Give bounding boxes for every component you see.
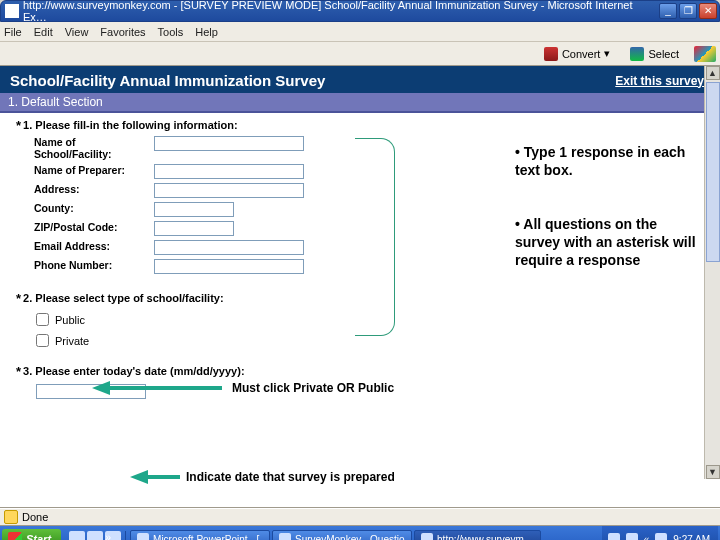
statusbar: Done bbox=[0, 508, 720, 526]
toolbar: Convert ▾ Select bbox=[0, 42, 720, 66]
menu-view[interactable]: View bbox=[65, 26, 89, 38]
windows-logo-icon bbox=[8, 532, 22, 540]
menu-favorites[interactable]: Favorites bbox=[100, 26, 145, 38]
tray-icon[interactable] bbox=[626, 533, 638, 540]
label-phone: Phone Number: bbox=[34, 259, 154, 271]
app-icon bbox=[137, 533, 149, 540]
app-icon bbox=[279, 533, 291, 540]
taskbar: Start » Microsoft PowerPoint - [… Survey… bbox=[0, 526, 720, 540]
asterisk-icon: * bbox=[16, 364, 21, 379]
menu-help[interactable]: Help bbox=[195, 26, 218, 38]
taskbar-item-surveymonkey[interactable]: SurveyMonkey - Questio… bbox=[272, 530, 412, 540]
start-label: Start bbox=[26, 533, 51, 540]
annotation-private-public: Must click Private OR Public bbox=[232, 381, 394, 395]
input-county[interactable] bbox=[154, 202, 234, 217]
curly-brace-icon bbox=[355, 138, 395, 336]
annotation-date: Indicate date that survey is prepared bbox=[186, 470, 395, 484]
tray-icon[interactable] bbox=[608, 533, 620, 540]
label-address: Address: bbox=[34, 183, 154, 195]
label-county: County: bbox=[34, 202, 154, 214]
menu-edit[interactable]: Edit bbox=[34, 26, 53, 38]
status-text: Done bbox=[22, 511, 48, 523]
survey-title: School/Facility Annual Immunization Surv… bbox=[10, 72, 325, 89]
annotation-type-response: • Type 1 response in each text box. bbox=[515, 143, 700, 179]
input-phone[interactable] bbox=[154, 259, 304, 274]
convert-icon bbox=[544, 47, 558, 61]
clock: 9:27 AM bbox=[673, 534, 710, 541]
select-label: Select bbox=[648, 48, 679, 60]
question-1: *1. Please fill-in the following informa… bbox=[0, 113, 720, 134]
scroll-thumb[interactable] bbox=[706, 82, 720, 262]
convert-button[interactable]: Convert ▾ bbox=[539, 44, 616, 64]
vertical-scrollbar[interactable]: ▲ ▼ bbox=[704, 66, 720, 479]
option-private-checkbox[interactable] bbox=[36, 334, 49, 347]
quick-launch-item[interactable]: » bbox=[105, 531, 121, 540]
menu-tools[interactable]: Tools bbox=[158, 26, 184, 38]
question-3: *3. Please enter today's date (mm/dd/yyy… bbox=[0, 359, 720, 380]
quick-launch-item[interactable] bbox=[69, 531, 85, 540]
close-button[interactable]: ✕ bbox=[699, 3, 717, 19]
menu-file[interactable]: File bbox=[4, 26, 22, 38]
survey-content: *1. Please fill-in the following informa… bbox=[0, 113, 720, 508]
label-preparer: Name of Preparer: bbox=[34, 164, 154, 176]
label-email: Email Address: bbox=[34, 240, 154, 252]
chevron-left-icon[interactable]: « bbox=[644, 534, 650, 541]
page-icon bbox=[5, 4, 19, 18]
section-header: 1. Default Section bbox=[0, 93, 720, 113]
page-status-icon bbox=[4, 510, 18, 524]
chevron-down-icon: ▾ bbox=[604, 47, 610, 60]
start-button[interactable]: Start bbox=[2, 529, 61, 540]
input-preparer[interactable] bbox=[154, 164, 304, 179]
menubar: File Edit View Favorites Tools Help bbox=[0, 22, 720, 42]
windows-flag-icon bbox=[694, 46, 716, 62]
convert-label: Convert bbox=[562, 48, 601, 60]
select-icon bbox=[630, 47, 644, 61]
question-2-text: 2. Please select type of school/facility… bbox=[23, 292, 224, 304]
tray-icon[interactable] bbox=[655, 533, 667, 540]
option-private-label: Private bbox=[55, 335, 89, 347]
annotation-asterisk-required: • All questions on the survey with an as… bbox=[515, 215, 700, 269]
option-public-checkbox[interactable] bbox=[36, 313, 49, 326]
label-school-facility: Name of School/Facility: bbox=[34, 136, 154, 160]
label-zip: ZIP/Postal Code: bbox=[34, 221, 154, 233]
question-1-text: 1. Please fill-in the following informat… bbox=[23, 119, 238, 131]
taskbar-item-survey-preview[interactable]: http://www.surveym… bbox=[414, 530, 541, 540]
survey-header: School/Facility Annual Immunization Surv… bbox=[0, 66, 720, 93]
input-email[interactable] bbox=[154, 240, 304, 255]
arrow-private-icon bbox=[92, 383, 222, 393]
quick-launch: » bbox=[65, 531, 126, 540]
arrow-date-icon bbox=[130, 472, 180, 482]
minimize-button[interactable]: _ bbox=[659, 3, 677, 19]
system-tray: « 9:27 AM bbox=[602, 526, 718, 540]
input-zip[interactable] bbox=[154, 221, 234, 236]
window-titlebar: http://www.surveymonkey.com - [SURVEY PR… bbox=[0, 0, 720, 22]
window-title: http://www.surveymonkey.com - [SURVEY PR… bbox=[23, 0, 659, 23]
quick-launch-item[interactable] bbox=[87, 531, 103, 540]
scroll-up-button[interactable]: ▲ bbox=[706, 66, 720, 80]
input-school-facility[interactable] bbox=[154, 136, 304, 151]
asterisk-icon: * bbox=[16, 118, 21, 133]
input-address[interactable] bbox=[154, 183, 304, 198]
taskbar-item-powerpoint[interactable]: Microsoft PowerPoint - [… bbox=[130, 530, 270, 540]
select-button[interactable]: Select bbox=[625, 44, 684, 64]
maximize-button[interactable]: ❐ bbox=[679, 3, 697, 19]
app-icon bbox=[421, 533, 433, 540]
asterisk-icon: * bbox=[16, 291, 21, 306]
question-3-text: 3. Please enter today's date (mm/dd/yyyy… bbox=[23, 365, 244, 377]
option-public-label: Public bbox=[55, 314, 85, 326]
exit-survey-link[interactable]: Exit this survey bbox=[615, 74, 704, 88]
scroll-down-button[interactable]: ▼ bbox=[706, 465, 720, 479]
